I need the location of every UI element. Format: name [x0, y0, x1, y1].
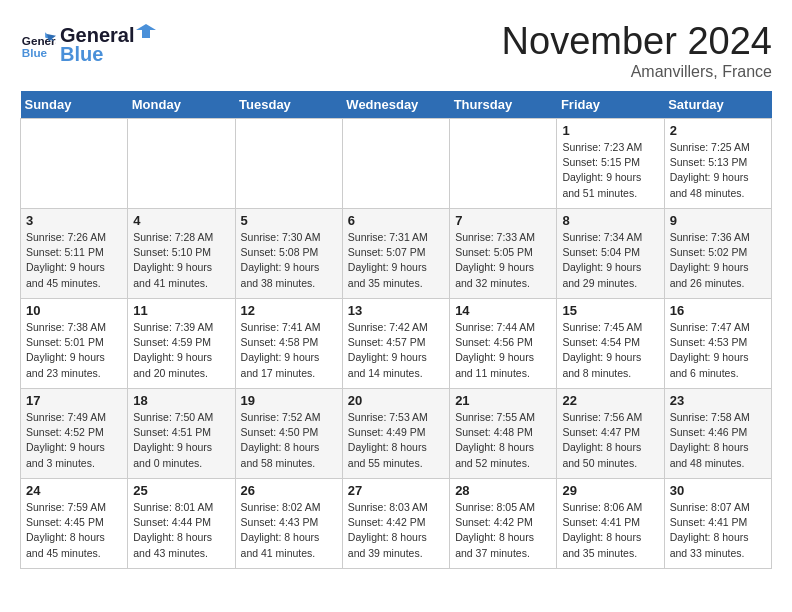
day-info: Sunrise: 7:44 AM Sunset: 4:56 PM Dayligh… — [455, 320, 551, 381]
day-number: 9 — [670, 213, 766, 228]
day-number: 16 — [670, 303, 766, 318]
day-number: 21 — [455, 393, 551, 408]
day-number: 10 — [26, 303, 122, 318]
calendar-cell: 23Sunrise: 7:58 AM Sunset: 4:46 PM Dayli… — [664, 389, 771, 479]
logo: General Blue General Blue — [20, 20, 160, 66]
day-info: Sunrise: 7:38 AM Sunset: 5:01 PM Dayligh… — [26, 320, 122, 381]
day-info: Sunrise: 7:47 AM Sunset: 4:53 PM Dayligh… — [670, 320, 766, 381]
day-info: Sunrise: 8:02 AM Sunset: 4:43 PM Dayligh… — [241, 500, 337, 561]
day-info: Sunrise: 7:53 AM Sunset: 4:49 PM Dayligh… — [348, 410, 444, 471]
day-number: 28 — [455, 483, 551, 498]
day-number: 13 — [348, 303, 444, 318]
day-number: 5 — [241, 213, 337, 228]
header-sunday: Sunday — [21, 91, 128, 119]
day-number: 30 — [670, 483, 766, 498]
day-info: Sunrise: 7:41 AM Sunset: 4:58 PM Dayligh… — [241, 320, 337, 381]
day-number: 8 — [562, 213, 658, 228]
calendar-week-row: 1Sunrise: 7:23 AM Sunset: 5:15 PM Daylig… — [21, 119, 772, 209]
day-number: 1 — [562, 123, 658, 138]
calendar-week-row: 17Sunrise: 7:49 AM Sunset: 4:52 PM Dayli… — [21, 389, 772, 479]
calendar-cell: 19Sunrise: 7:52 AM Sunset: 4:50 PM Dayli… — [235, 389, 342, 479]
day-number: 23 — [670, 393, 766, 408]
day-info: Sunrise: 7:55 AM Sunset: 4:48 PM Dayligh… — [455, 410, 551, 471]
calendar-cell: 29Sunrise: 8:06 AM Sunset: 4:41 PM Dayli… — [557, 479, 664, 569]
day-number: 11 — [133, 303, 229, 318]
day-info: Sunrise: 7:49 AM Sunset: 4:52 PM Dayligh… — [26, 410, 122, 471]
day-info: Sunrise: 8:03 AM Sunset: 4:42 PM Dayligh… — [348, 500, 444, 561]
calendar-cell — [128, 119, 235, 209]
day-number: 27 — [348, 483, 444, 498]
day-info: Sunrise: 7:45 AM Sunset: 4:54 PM Dayligh… — [562, 320, 658, 381]
day-info: Sunrise: 7:39 AM Sunset: 4:59 PM Dayligh… — [133, 320, 229, 381]
calendar-week-row: 10Sunrise: 7:38 AM Sunset: 5:01 PM Dayli… — [21, 299, 772, 389]
calendar-cell: 11Sunrise: 7:39 AM Sunset: 4:59 PM Dayli… — [128, 299, 235, 389]
day-number: 14 — [455, 303, 551, 318]
header-wednesday: Wednesday — [342, 91, 449, 119]
calendar-cell — [235, 119, 342, 209]
calendar-cell: 17Sunrise: 7:49 AM Sunset: 4:52 PM Dayli… — [21, 389, 128, 479]
logo-icon: General Blue — [20, 25, 56, 61]
location: Amanvillers, France — [502, 63, 772, 81]
day-number: 17 — [26, 393, 122, 408]
calendar-cell: 21Sunrise: 7:55 AM Sunset: 4:48 PM Dayli… — [450, 389, 557, 479]
calendar-cell: 13Sunrise: 7:42 AM Sunset: 4:57 PM Dayli… — [342, 299, 449, 389]
day-info: Sunrise: 7:31 AM Sunset: 5:07 PM Dayligh… — [348, 230, 444, 291]
calendar-cell: 24Sunrise: 7:59 AM Sunset: 4:45 PM Dayli… — [21, 479, 128, 569]
header-tuesday: Tuesday — [235, 91, 342, 119]
day-info: Sunrise: 8:06 AM Sunset: 4:41 PM Dayligh… — [562, 500, 658, 561]
calendar-cell: 4Sunrise: 7:28 AM Sunset: 5:10 PM Daylig… — [128, 209, 235, 299]
calendar-cell — [21, 119, 128, 209]
day-info: Sunrise: 8:07 AM Sunset: 4:41 PM Dayligh… — [670, 500, 766, 561]
calendar-table: SundayMondayTuesdayWednesdayThursdayFrid… — [20, 91, 772, 569]
day-info: Sunrise: 7:26 AM Sunset: 5:11 PM Dayligh… — [26, 230, 122, 291]
day-info: Sunrise: 7:34 AM Sunset: 5:04 PM Dayligh… — [562, 230, 658, 291]
header-thursday: Thursday — [450, 91, 557, 119]
calendar-cell: 7Sunrise: 7:33 AM Sunset: 5:05 PM Daylig… — [450, 209, 557, 299]
calendar-cell: 10Sunrise: 7:38 AM Sunset: 5:01 PM Dayli… — [21, 299, 128, 389]
calendar-cell: 25Sunrise: 8:01 AM Sunset: 4:44 PM Dayli… — [128, 479, 235, 569]
calendar-cell: 28Sunrise: 8:05 AM Sunset: 4:42 PM Dayli… — [450, 479, 557, 569]
logo-bird — [136, 20, 158, 42]
day-number: 12 — [241, 303, 337, 318]
day-info: Sunrise: 7:50 AM Sunset: 4:51 PM Dayligh… — [133, 410, 229, 471]
calendar-cell — [450, 119, 557, 209]
calendar-cell — [342, 119, 449, 209]
day-info: Sunrise: 7:28 AM Sunset: 5:10 PM Dayligh… — [133, 230, 229, 291]
calendar-week-row: 3Sunrise: 7:26 AM Sunset: 5:11 PM Daylig… — [21, 209, 772, 299]
day-number: 25 — [133, 483, 229, 498]
day-number: 22 — [562, 393, 658, 408]
calendar-cell: 6Sunrise: 7:31 AM Sunset: 5:07 PM Daylig… — [342, 209, 449, 299]
calendar-cell: 3Sunrise: 7:26 AM Sunset: 5:11 PM Daylig… — [21, 209, 128, 299]
calendar-cell: 5Sunrise: 7:30 AM Sunset: 5:08 PM Daylig… — [235, 209, 342, 299]
day-info: Sunrise: 7:25 AM Sunset: 5:13 PM Dayligh… — [670, 140, 766, 201]
svg-marker-4 — [136, 24, 156, 38]
calendar-cell: 9Sunrise: 7:36 AM Sunset: 5:02 PM Daylig… — [664, 209, 771, 299]
title-block: November 2024 Amanvillers, France — [502, 20, 772, 81]
day-info: Sunrise: 7:30 AM Sunset: 5:08 PM Dayligh… — [241, 230, 337, 291]
svg-text:Blue: Blue — [22, 46, 48, 59]
month-title: November 2024 — [502, 20, 772, 63]
header-saturday: Saturday — [664, 91, 771, 119]
day-number: 19 — [241, 393, 337, 408]
day-number: 6 — [348, 213, 444, 228]
calendar-cell: 14Sunrise: 7:44 AM Sunset: 4:56 PM Dayli… — [450, 299, 557, 389]
day-number: 20 — [348, 393, 444, 408]
day-info: Sunrise: 7:56 AM Sunset: 4:47 PM Dayligh… — [562, 410, 658, 471]
day-info: Sunrise: 7:58 AM Sunset: 4:46 PM Dayligh… — [670, 410, 766, 471]
calendar-week-row: 24Sunrise: 7:59 AM Sunset: 4:45 PM Dayli… — [21, 479, 772, 569]
day-info: Sunrise: 7:42 AM Sunset: 4:57 PM Dayligh… — [348, 320, 444, 381]
day-info: Sunrise: 8:05 AM Sunset: 4:42 PM Dayligh… — [455, 500, 551, 561]
day-info: Sunrise: 7:52 AM Sunset: 4:50 PM Dayligh… — [241, 410, 337, 471]
day-number: 29 — [562, 483, 658, 498]
day-info: Sunrise: 7:36 AM Sunset: 5:02 PM Dayligh… — [670, 230, 766, 291]
day-number: 18 — [133, 393, 229, 408]
day-info: Sunrise: 7:23 AM Sunset: 5:15 PM Dayligh… — [562, 140, 658, 201]
header-monday: Monday — [128, 91, 235, 119]
calendar-cell: 8Sunrise: 7:34 AM Sunset: 5:04 PM Daylig… — [557, 209, 664, 299]
calendar-cell: 27Sunrise: 8:03 AM Sunset: 4:42 PM Dayli… — [342, 479, 449, 569]
page-header: General Blue General Blue November 2024 … — [20, 20, 772, 81]
calendar-cell: 26Sunrise: 8:02 AM Sunset: 4:43 PM Dayli… — [235, 479, 342, 569]
calendar-cell: 2Sunrise: 7:25 AM Sunset: 5:13 PM Daylig… — [664, 119, 771, 209]
calendar-cell: 12Sunrise: 7:41 AM Sunset: 4:58 PM Dayli… — [235, 299, 342, 389]
calendar-cell: 30Sunrise: 8:07 AM Sunset: 4:41 PM Dayli… — [664, 479, 771, 569]
